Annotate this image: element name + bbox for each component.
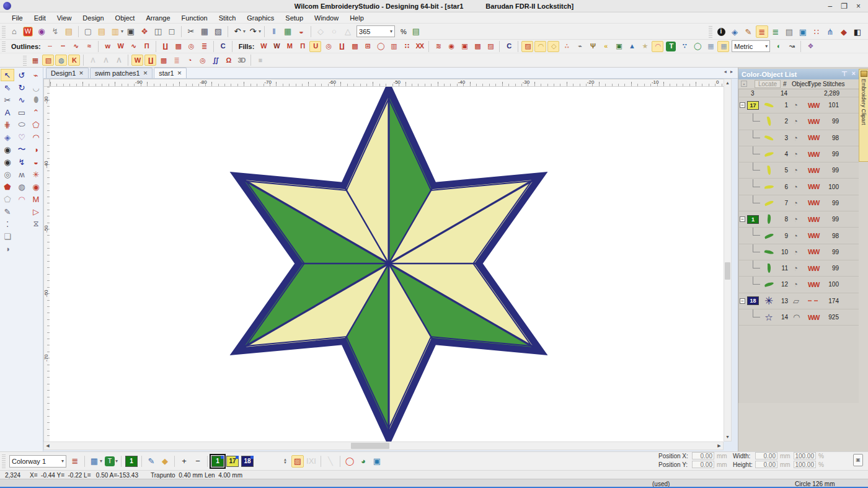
t3-double-u-icon[interactable]: Ω bbox=[223, 55, 234, 66]
complex-fill-tool[interactable]: ◑ bbox=[29, 143, 43, 156]
machine-send-icon[interactable]: ○ bbox=[328, 25, 340, 38]
collapse-icon[interactable]: − bbox=[740, 216, 745, 222]
open-recent-icon-dropdown[interactable]: ▾ bbox=[121, 29, 123, 34]
outline-bars-icon[interactable]: ≣ bbox=[198, 41, 210, 52]
open-curve-tool[interactable]: ↺ bbox=[15, 69, 29, 81]
fill-grid2-icon[interactable]: ▦ bbox=[717, 41, 729, 52]
gradient-tool[interactable]: ⬠ bbox=[1, 193, 14, 205]
insert-bitmap-icon[interactable]: ▦ bbox=[281, 25, 294, 38]
undo-icon[interactable]: ↶ bbox=[231, 25, 244, 38]
lettering-tool[interactable]: A bbox=[1, 106, 14, 118]
object-row-6[interactable]: 6◔WW100 bbox=[738, 179, 859, 195]
closed-curve-tool[interactable]: ↻ bbox=[15, 81, 29, 94]
outline-zigzag-icon[interactable]: w bbox=[102, 41, 113, 52]
ellipse-tool[interactable]: ⬭ bbox=[15, 118, 29, 131]
outline-moon-icon[interactable]: C bbox=[217, 41, 229, 52]
fill-hatch-icon[interactable]: ▨ bbox=[521, 41, 533, 52]
fill-oval-icon[interactable]: ◯ bbox=[691, 41, 703, 52]
ring2-tool[interactable]: ◉ bbox=[1, 156, 14, 168]
panel-close-icon[interactable]: × bbox=[852, 69, 856, 77]
fill-sparse-icon[interactable]: ∴ bbox=[560, 41, 572, 52]
toolbar-grip[interactable] bbox=[2, 25, 6, 38]
units-value[interactable]: Metric bbox=[734, 43, 761, 50]
fill-cross-stitch-icon[interactable]: XX bbox=[414, 41, 425, 52]
fill-arch-icon[interactable]: ◠ bbox=[652, 41, 663, 52]
kiosk-tool[interactable]: ◈ bbox=[1, 131, 14, 143]
fill-beads-icon[interactable]: ∵ bbox=[678, 41, 690, 52]
menu-function[interactable]: Function bbox=[176, 14, 213, 22]
fill-texture-icon[interactable]: ▥ bbox=[388, 41, 399, 52]
object-row-9[interactable]: 9◔WW98 bbox=[738, 228, 859, 244]
fill-ornament3-icon[interactable]: ▨ bbox=[484, 41, 496, 52]
fill-spiral-icon[interactable]: ◉ bbox=[445, 41, 457, 52]
palette-grid-icon[interactable]: ▦ bbox=[88, 455, 100, 468]
design-properties-icon[interactable]: ▤ bbox=[410, 25, 422, 38]
fill-column2-icon[interactable]: ∐ bbox=[335, 41, 347, 52]
object-row-14[interactable]: ☆14◠WW925 bbox=[738, 309, 859, 326]
units-combo[interactable]: Metric ▾ bbox=[732, 40, 770, 52]
menu-edit[interactable]: Edit bbox=[29, 14, 51, 22]
fill-weave-icon[interactable]: ▩ bbox=[348, 41, 360, 52]
close-button[interactable]: × bbox=[856, 2, 861, 11]
fill-dots-icon[interactable]: ∷ bbox=[401, 41, 412, 52]
undo-icon-dropdown[interactable]: ▾ bbox=[243, 29, 246, 34]
fill-leaf-icon[interactable]: ◇ bbox=[547, 41, 559, 52]
fill-contour-icon[interactable]: U bbox=[309, 41, 321, 52]
outline-triple-run-icon[interactable]: ┅ bbox=[57, 41, 69, 52]
pin-icon[interactable]: ⊥ bbox=[841, 69, 848, 78]
arc-digitize-tool[interactable]: ◡ bbox=[29, 81, 43, 94]
fill-angle-line-icon[interactable]: ⌁ bbox=[574, 41, 585, 52]
object-row-5[interactable]: 5◔WW99 bbox=[738, 162, 859, 179]
color-wheel-icon[interactable]: ◯ bbox=[343, 455, 356, 468]
fill-fork-icon[interactable]: Ψ bbox=[587, 41, 598, 52]
design-canvas[interactable] bbox=[50, 87, 724, 441]
measure-icon[interactable]: ╲ bbox=[324, 455, 337, 468]
design-folder-icon[interactable]: ▤ bbox=[63, 25, 75, 38]
overlap-shapes-tool[interactable]: ◑ bbox=[1, 242, 14, 255]
open-recent-icon[interactable]: ▥ bbox=[109, 25, 122, 38]
vertical-scrollbar[interactable]: ▲ ▼ bbox=[724, 79, 732, 441]
position-y-field[interactable]: 0.00 bbox=[692, 461, 714, 468]
menu-stitch[interactable]: Stitch bbox=[213, 14, 242, 22]
t3-square-wave-icon[interactable]: ∐ bbox=[144, 55, 156, 66]
scroll-right-icon[interactable]: ▶ bbox=[715, 442, 723, 450]
palette-chip-17[interactable]: 17 bbox=[226, 456, 239, 467]
vertical-scroll-thumb[interactable] bbox=[725, 262, 730, 280]
lock-proportions-icon[interactable]: ▣ bbox=[853, 454, 863, 466]
arch-fill-tool[interactable]: ◠ bbox=[15, 193, 29, 205]
copy-icon[interactable]: ▦ bbox=[198, 25, 211, 38]
t3-layout-icon[interactable]: ▦ bbox=[29, 55, 41, 66]
fill-fish-icon[interactable]: « bbox=[600, 41, 611, 52]
object-row-4[interactable]: 4◔WW99 bbox=[738, 146, 859, 162]
crown-tool[interactable]: ʍ bbox=[15, 168, 29, 180]
fill-ornament2-icon[interactable]: ▩ bbox=[471, 41, 483, 52]
colorway-dropdown-icon[interactable]: ▾ bbox=[61, 458, 64, 464]
menu-help[interactable]: Help bbox=[344, 14, 370, 22]
menu-object[interactable]: Object bbox=[110, 14, 141, 22]
color-chip-18[interactable]: 18 bbox=[747, 296, 759, 305]
fill-tatami-icon[interactable]: W bbox=[257, 41, 269, 52]
color-spinner[interactable]: ▲ ▼ bbox=[283, 458, 287, 464]
machines-icon[interactable]: ⋔ bbox=[824, 25, 836, 38]
recolor-icon[interactable]: ◒ bbox=[295, 25, 308, 38]
outline-comb-icon[interactable]: Π bbox=[141, 41, 153, 52]
cycle-colors-icon[interactable]: IXI bbox=[305, 455, 317, 468]
column-c-tool[interactable]: ◠ bbox=[29, 131, 43, 143]
paste-icon[interactable]: ▨ bbox=[212, 25, 224, 38]
hoop-icon[interactable]: ▣ bbox=[371, 455, 383, 468]
monogram-tool[interactable]: ⋕ bbox=[1, 118, 14, 131]
star-design[interactable] bbox=[50, 87, 724, 441]
tab-close-icon[interactable]: ✕ bbox=[143, 70, 148, 76]
outline-coil-icon[interactable]: ◎ bbox=[185, 41, 197, 52]
fill-column-icon[interactable]: Π bbox=[296, 41, 308, 52]
shapes-tool[interactable]: ♡ bbox=[15, 131, 29, 143]
outline-sculpture-run-icon[interactable]: ∿ bbox=[70, 41, 82, 52]
info-icon[interactable]: i bbox=[715, 25, 727, 38]
panel-corner-button[interactable]: ▫ bbox=[741, 81, 747, 87]
column-b-tool[interactable]: ⬠ bbox=[29, 118, 43, 131]
fill-tshirt-icon[interactable]: T bbox=[666, 42, 676, 51]
t3-applique-b-icon[interactable]: Λ bbox=[100, 55, 112, 66]
t3-lines-icon[interactable]: ≣ bbox=[170, 55, 182, 66]
fill-wave-fill-icon[interactable]: ≋ bbox=[432, 41, 444, 52]
home-icon[interactable]: ⌂ bbox=[8, 25, 20, 38]
